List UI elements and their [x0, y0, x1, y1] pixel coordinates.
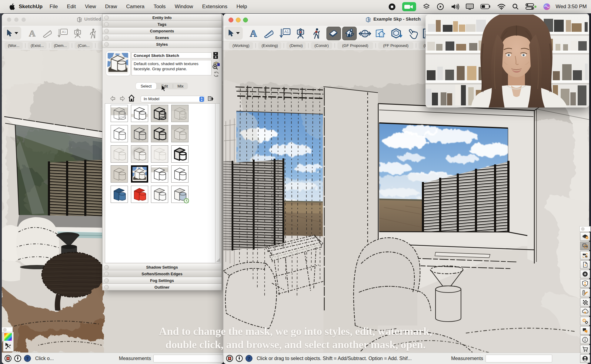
svg-text:A1: A1	[284, 30, 289, 34]
svg-text:A: A	[29, 28, 35, 38]
svg-text:C: C	[364, 31, 366, 33]
svg-text:A1: A1	[62, 30, 66, 34]
svg-text:A: A	[250, 28, 257, 39]
svg-text:?: ?	[26, 356, 29, 361]
svg-text:A-8: A-8	[363, 34, 367, 36]
svg-text:?: ?	[248, 356, 250, 361]
